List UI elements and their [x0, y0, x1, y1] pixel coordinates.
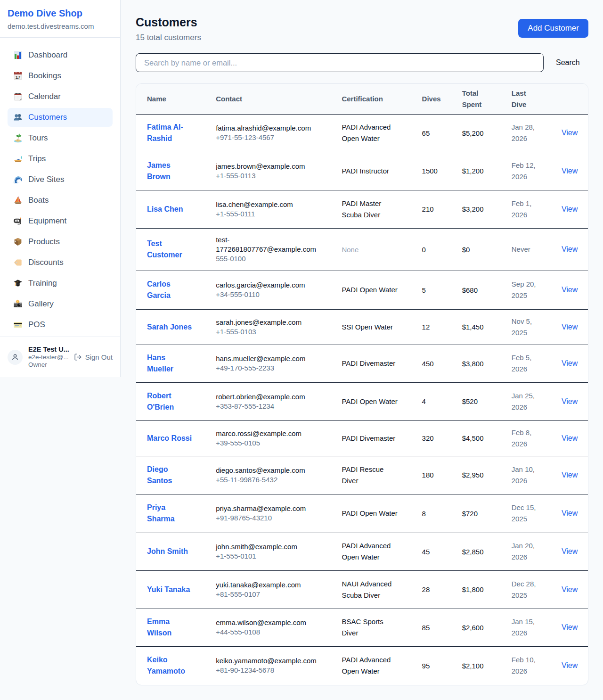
svg-text:17: 17 [16, 74, 21, 80]
